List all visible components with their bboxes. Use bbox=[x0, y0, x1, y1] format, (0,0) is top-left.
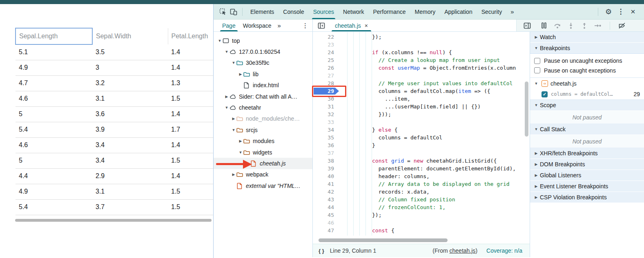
line-number[interactable]: 26 bbox=[313, 64, 336, 72]
table-cell[interactable]: 2.9 bbox=[92, 168, 168, 184]
line-number[interactable]: 33 bbox=[313, 118, 336, 126]
code-line-24[interactable]: 24if (x.columns !== null) { bbox=[313, 49, 524, 56]
line-number[interactable]: 43 bbox=[313, 196, 336, 203]
code-lines[interactable]: 22});2324if (x.columns !== null) {25 // … bbox=[313, 33, 524, 234]
code-line-44[interactable]: 44 // frozenColCount: 1, bbox=[313, 203, 524, 211]
origin-file-link[interactable]: cheetah.js bbox=[450, 247, 476, 254]
table-cell[interactable]: 1.5 bbox=[168, 199, 213, 215]
table-cell[interactable]: 3.5 bbox=[92, 44, 168, 60]
pause-caught-checkbox[interactable] bbox=[534, 67, 540, 73]
tree-item-index-html[interactable]: index.html bbox=[214, 80, 312, 91]
devtools-tab-memory[interactable]: Memory bbox=[410, 4, 440, 19]
table-cell[interactable]: 1.4 bbox=[168, 106, 213, 122]
call-stack-section-header[interactable]: ▼ Call Stack bbox=[530, 124, 644, 135]
chevron-down-icon[interactable]: ▼ bbox=[224, 50, 230, 54]
code-line-26[interactable]: 26 const userMap = Object.fromEntries(x.… bbox=[313, 64, 524, 72]
tree-item-cheetahr[interactable]: ▼cheetahr bbox=[214, 102, 312, 113]
editor-horizontal-scrollbar[interactable] bbox=[319, 238, 448, 242]
code-line-39[interactable]: 39 parentElement: document.getElementByI… bbox=[313, 165, 524, 172]
breakpoint-checkbox[interactable]: ✓ bbox=[541, 91, 548, 97]
event-listener-breakpoints-header[interactable]: ▶ Event Listener Breakpoints bbox=[530, 181, 644, 192]
code-line-47[interactable]: 47const { bbox=[313, 227, 524, 234]
step-into-icon[interactable] bbox=[566, 21, 576, 31]
close-devtools-icon[interactable]: ✕ bbox=[628, 8, 638, 15]
coverage-link[interactable]: Coverage: n/a bbox=[486, 247, 522, 254]
table-cell[interactable]: 5 bbox=[16, 153, 92, 168]
pause-script-icon[interactable] bbox=[539, 21, 549, 31]
devtools-tab-security[interactable]: Security bbox=[477, 4, 507, 19]
tree-item-modules[interactable]: ▶modules bbox=[214, 136, 312, 147]
chevron-down-icon[interactable]: ▼ bbox=[231, 128, 236, 132]
line-number[interactable]: 34 bbox=[313, 126, 336, 134]
devtools-tab-console[interactable]: Console bbox=[279, 4, 308, 19]
line-number[interactable]: 38 bbox=[313, 157, 336, 165]
hide-navigator-icon[interactable] bbox=[316, 20, 327, 31]
line-number[interactable]: 39 bbox=[313, 165, 336, 172]
table-cell[interactable]: 4.4 bbox=[16, 168, 92, 184]
table-cell[interactable]: 4.7 bbox=[16, 75, 92, 91]
table-cell[interactable]: 4.6 bbox=[16, 137, 92, 153]
editor-vertical-scrollbar[interactable] bbox=[525, 82, 528, 137]
table-cell[interactable]: 1.4 bbox=[168, 137, 213, 153]
table-cell[interactable]: 3.6 bbox=[92, 106, 168, 122]
breakpoints-section-header[interactable]: ▼ Breakpoints bbox=[530, 43, 644, 54]
table-cell[interactable]: 3.4 bbox=[92, 137, 168, 153]
pretty-print-icon[interactable]: { } bbox=[319, 248, 324, 254]
pause-uncaught-row[interactable]: Pause on uncaught exceptions bbox=[530, 56, 644, 66]
table-cell[interactable]: 1.5 bbox=[168, 153, 213, 168]
chevron-right-icon[interactable]: ▶ bbox=[224, 95, 230, 99]
line-number[interactable]: 47 bbox=[313, 227, 336, 234]
chevron-down-icon[interactable]: ▼ bbox=[231, 61, 236, 65]
tree-item-srcjs[interactable]: ▼srcjs bbox=[214, 124, 312, 135]
csp-violation-breakpoints-header[interactable]: ▶ CSP Violation Breakpoints bbox=[530, 192, 644, 203]
code-line-31[interactable]: 31 ...(userMap[item.field] || {}) bbox=[313, 103, 524, 110]
tree-item-widgets[interactable]: ▼widgets bbox=[214, 147, 312, 158]
table-cell[interactable]: 5.1 bbox=[16, 44, 92, 60]
tree-item-127-0-0-1-60254[interactable]: ▼127.0.0.1:60254 bbox=[214, 46, 312, 57]
table-cell[interactable]: 3.1 bbox=[92, 91, 168, 106]
code-line-38[interactable]: 38const grid = new cheetahGrid.ListGrid(… bbox=[313, 157, 524, 165]
step-out-icon[interactable] bbox=[579, 21, 589, 31]
watch-section-header[interactable]: ▶ Watch bbox=[530, 32, 644, 43]
line-number[interactable]: 36 bbox=[313, 141, 336, 149]
code-line-37[interactable]: 37 bbox=[313, 149, 524, 157]
devtools-menu-icon[interactable]: ⋮ bbox=[615, 7, 626, 16]
code-line-22[interactable]: 22}); bbox=[313, 33, 524, 41]
column-header-sepal-width[interactable]: Sepal.Width bbox=[92, 28, 168, 44]
chevron-right-icon[interactable]: ▶ bbox=[231, 172, 236, 176]
code-line-23[interactable]: 23 bbox=[313, 41, 524, 49]
line-number[interactable]: 23 bbox=[313, 41, 336, 49]
chevron-right-icon[interactable]: ▶ bbox=[238, 72, 243, 76]
table-cell[interactable]: 1.4 bbox=[168, 168, 213, 184]
tree-item-node-modules-che-[interactable]: ▶node_modules/che… bbox=[214, 113, 312, 124]
navigator-menu-icon[interactable]: ⋮ bbox=[302, 22, 308, 29]
code-line-33[interactable]: 33 bbox=[313, 118, 524, 126]
devtools-tab-performance[interactable]: Performance bbox=[368, 4, 410, 19]
navigator-more-tabs-icon[interactable]: » bbox=[275, 22, 283, 29]
code-line-43[interactable]: 43 // Column fixed position bbox=[313, 196, 524, 203]
settings-gear-icon[interactable]: ⚙ bbox=[603, 7, 614, 16]
navigator-tab-workspace[interactable]: Workspace bbox=[239, 20, 275, 31]
column-header-petal-length[interactable]: Petal.Length bbox=[168, 28, 213, 44]
table-cell[interactable]: 1.4 bbox=[168, 44, 213, 60]
device-toolbar-icon[interactable] bbox=[228, 7, 239, 17]
breakpoint-file-group[interactable]: ▼ ‹› cheetah.js bbox=[530, 78, 644, 89]
code-line-34[interactable]: 34} else { bbox=[313, 126, 524, 134]
code-line-46[interactable]: 46 bbox=[313, 219, 524, 227]
table-cell[interactable]: 1.3 bbox=[168, 75, 213, 91]
table-cell[interactable]: 3.9 bbox=[92, 122, 168, 137]
code-line-25[interactable]: 25 // Create a lookup map from user inpu… bbox=[313, 56, 524, 64]
line-number[interactable]: 35 bbox=[313, 134, 336, 141]
line-number[interactable]: 40 bbox=[313, 172, 336, 180]
code-line-27[interactable]: 27 bbox=[313, 72, 524, 79]
code-line-36[interactable]: 36} bbox=[313, 141, 524, 149]
devtools-tab-application[interactable]: Application bbox=[440, 4, 477, 19]
global-listeners-header[interactable]: ▶ Global Listeners bbox=[530, 170, 644, 181]
dom-breakpoints-header[interactable]: ▶ DOM Breakpoints bbox=[530, 159, 644, 170]
code-line-41[interactable]: 41 // Array data to be displayed on the … bbox=[313, 180, 524, 188]
pause-caught-row[interactable]: Pause on caught exceptions bbox=[530, 66, 644, 78]
code-line-45[interactable]: 45}); bbox=[313, 211, 524, 219]
devtools-tab-sources[interactable]: Sources bbox=[309, 4, 339, 19]
table-cell[interactable]: 1.5 bbox=[168, 91, 213, 106]
breakpoint-entry[interactable]: ✓ columns = defaultCol… 29 bbox=[530, 89, 644, 100]
